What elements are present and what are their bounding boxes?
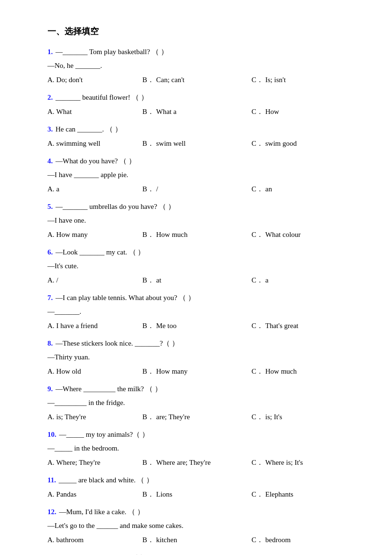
q8-optB: B．How many (142, 365, 252, 378)
q9-options: A.is; They're B．are; They're C．is; It's (47, 411, 354, 423)
question-6: 6. —Look _______ my cat. （ ） —It's cute.… (47, 246, 354, 287)
q3-line1: He can _______. （ ） (56, 125, 122, 133)
q7-number: 7. (47, 294, 53, 301)
q6-options: A./ B．at C．a (47, 274, 354, 287)
question-10: 10. —_____ my toy animals?（ ） —_____ in … (47, 428, 354, 469)
question-12: 12. —Mum, I'd like a cake. （ ） —Let's go… (47, 506, 354, 546)
q6-optA: A./ (47, 274, 142, 287)
q4-options: A.a B．/ C．an (47, 183, 354, 196)
q4-line2: —I have _______ apple pie. (47, 171, 128, 179)
q4-optA: A.a (47, 183, 142, 196)
question-3: 3. He can _______. （ ） A.swimming well B… (47, 123, 354, 150)
q5-optA: A.How many (47, 228, 142, 241)
question-9: 9. —Where _________ the milk? （ ） —_____… (47, 383, 354, 423)
q4-line1: —What do you have? （ ） (56, 157, 136, 165)
q12-optC: C．bedroom (252, 534, 354, 546)
q1-optA: A.Do; don't (47, 74, 142, 86)
q10-optB: B．Where are; They're (142, 456, 252, 469)
q5-optC: C．What colour (252, 228, 354, 241)
q1-options: A.Do; don't B．Can; can't C．Is; isn't (47, 74, 354, 86)
q3-optC: C．swim good (252, 137, 354, 150)
q6-number: 6. (47, 248, 53, 256)
q11-number: 11. (47, 476, 56, 484)
q8-line2: —Thirty yuan. (47, 353, 90, 361)
q2-optB: B．What a (142, 105, 252, 118)
q2-number: 2. (47, 94, 53, 101)
question-4: 4. —What do you have? （ ） —I have ______… (47, 155, 354, 196)
question-1: 1. —_______ Tom play basketball? （ ） —No… (47, 46, 354, 86)
q10-options: A.Where; They're B．Where are; They're C．… (47, 456, 354, 469)
q11-optA: A.Pandas (47, 488, 142, 501)
question-13: 13. —What would you like? （ ） —______ li… (47, 551, 354, 555)
q11-optC: C．Elephants (252, 488, 354, 501)
q8-number: 8. (47, 339, 53, 347)
q5-line1: —_______ umbrellas do you have? （ ） (56, 203, 175, 210)
section-title: 一、选择填空 (47, 24, 354, 39)
q7-options: A.I have a friend B．Me too C．That's grea… (47, 320, 354, 332)
q8-optC: C．How much (252, 365, 354, 378)
q12-optB: B．kitchen (142, 534, 252, 546)
q6-optB: B．at (142, 274, 252, 287)
q9-optC: C．is; It's (252, 411, 354, 423)
q10-optC: C．Where is; It's (252, 456, 354, 469)
question-7: 7. —I can play table tennis. What about … (47, 292, 354, 332)
q12-line1: —Mum, I'd like a cake. （ ） (59, 508, 144, 516)
q12-number: 12. (47, 508, 56, 516)
q2-optA: A.What (47, 105, 142, 118)
q2-line1: _______ beautiful flower! （ ） (56, 94, 148, 101)
q10-line1: —_____ my toy animals?（ ） (59, 431, 149, 438)
q5-number: 5. (47, 203, 53, 210)
q1-number: 1. (47, 48, 53, 56)
q2-optC: C．How (252, 105, 354, 118)
q1-optB: B．Can; can't (142, 74, 252, 86)
q3-optB: B．swim well (142, 137, 252, 150)
question-11: 11. _____ are black and white. （ ） A.Pan… (47, 474, 354, 501)
q12-optA: A.bathroom (47, 534, 142, 546)
q8-line1: —These stickers look nice. _______?（ ） (56, 339, 179, 347)
q11-optB: B．Lions (142, 488, 252, 501)
question-8: 8. —These stickers look nice. _______?（ … (47, 337, 354, 378)
q4-optB: B．/ (142, 183, 252, 196)
q7-line2: —_______. (47, 308, 81, 315)
q6-line1: —Look _______ my cat. （ ） (56, 248, 145, 256)
q9-optB: B．are; They're (142, 411, 252, 423)
q9-line1: —Where _________ the milk? （ ） (56, 385, 162, 393)
q10-optA: A.Where; They're (47, 456, 142, 469)
q6-line2: —It's cute. (47, 262, 78, 270)
q10-line2: —_____ in the bedroom. (47, 444, 119, 452)
q5-options: A.How many B．How much C．What colour (47, 228, 354, 241)
q1-line1: —_______ Tom play basketball? （ ） (56, 48, 168, 56)
q7-optC: C．That's great (252, 320, 354, 332)
question-2: 2. _______ beautiful flower! （ ） A.What … (47, 91, 354, 118)
q3-optA: A.swimming well (47, 137, 142, 150)
q10-number: 10. (47, 431, 56, 438)
q1-line2: —No, he _______. (47, 62, 102, 69)
q9-optA: A.is; They're (47, 411, 142, 423)
q4-optC: C．an (252, 183, 354, 196)
q3-number: 3. (47, 125, 53, 133)
q9-number: 9. (47, 385, 53, 393)
q7-optB: B．Me too (142, 320, 252, 332)
q5-optB: B．How much (142, 228, 252, 241)
q9-line2: —_________ in the fridge. (47, 399, 125, 406)
q5-line2: —I have one. (47, 216, 86, 224)
q1-optC: C．Is; isn't (252, 74, 354, 86)
section-container: 一、选择填空 1. —_______ Tom play basketball? … (47, 24, 354, 555)
q11-line1: _____ are black and white. （ ） (59, 476, 154, 484)
q12-options: A.bathroom B．kitchen C．bedroom (47, 534, 354, 546)
question-5: 5. —_______ umbrellas do you have? （ ） —… (47, 200, 354, 241)
q4-number: 4. (47, 157, 53, 165)
q11-options: A.Pandas B．Lions C．Elephants (47, 488, 354, 501)
q8-options: A.How old B．How many C．How much (47, 365, 354, 378)
q8-optA: A.How old (47, 365, 142, 378)
q3-options: A.swimming well B．swim well C．swim good (47, 137, 354, 150)
q6-optC: C．a (252, 274, 354, 287)
q2-options: A.What B．What a C．How (47, 105, 354, 118)
q7-line1: —I can play table tennis. What about you… (56, 294, 195, 301)
q12-line2: —Let's go to the ______ and make some ca… (47, 522, 183, 529)
q7-optA: A.I have a friend (47, 320, 142, 332)
